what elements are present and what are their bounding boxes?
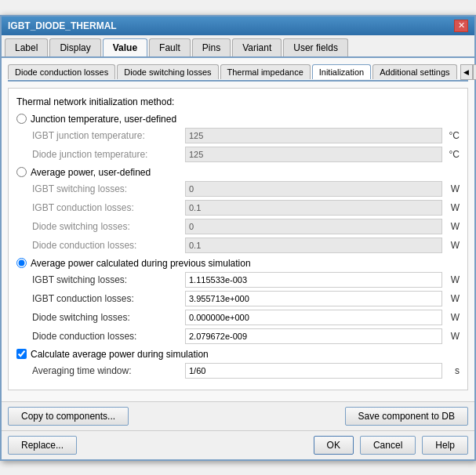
diode-switching-sim-label: Diode switching losses: (32, 312, 185, 323)
inner-tab-bar: Diode conduction losses Diode switching … (8, 64, 468, 82)
close-button[interactable]: ✕ (454, 20, 468, 32)
inner-tab-diode-conduction[interactable]: Diode conduction losses (8, 64, 115, 79)
igbt-switching-sim-input[interactable] (185, 272, 442, 288)
option2-radio-row: Average power, user-defined (16, 167, 460, 178)
top-tab-bar: Label Display Value Fault Pins Variant U… (2, 35, 474, 58)
main-window: IGBT_DIODE_THERMAL ✕ Label Display Value… (0, 15, 476, 461)
averaging-label: Averaging time window: (32, 365, 185, 376)
option1-radio-row: Junction temperature, user-defined (16, 114, 460, 125)
tab-value[interactable]: Value (103, 38, 147, 56)
window-title: IGBT_DIODE_THERMAL (8, 20, 117, 31)
option2-radio[interactable] (16, 167, 27, 177)
calc-checkbox-label: Calculate average power during simulatio… (31, 349, 209, 360)
section-label: Thermal network initialization method: (16, 96, 460, 107)
diode-switching-sim-unit: W (445, 312, 460, 323)
save-button[interactable]: Save component to DB (345, 407, 468, 426)
diode-conduction-sim-input[interactable] (185, 328, 442, 344)
averaging-row: Averaging time window: s (16, 363, 460, 379)
diode-junction-unit: °C (445, 149, 460, 160)
diode-switching-user-row: Diode switching losses: W (16, 219, 460, 234)
tab-user-fields[interactable]: User fields (283, 38, 348, 56)
option1-label: Junction temperature, user-defined (31, 114, 176, 125)
option3-radio[interactable] (16, 258, 27, 268)
tab-nav: ◀ ▶ (460, 64, 476, 80)
title-bar: IGBT_DIODE_THERMAL ✕ (2, 16, 474, 35)
inner-tab-diode-switching[interactable]: Diode switching losses (117, 64, 218, 79)
option3-label: Average power calculated during previous… (31, 258, 251, 269)
inner-tab-additional-settings[interactable]: Additional settings (372, 64, 456, 79)
replace-button[interactable]: Replace... (8, 436, 77, 455)
igbt-junction-row: IGBT junction temperature: °C (16, 128, 460, 143)
tab-fault[interactable]: Fault (149, 38, 191, 56)
igbt-junction-unit: °C (445, 130, 460, 141)
diode-switching-user-input[interactable] (185, 219, 442, 234)
ok-button[interactable]: OK (314, 436, 354, 455)
calc-checkbox[interactable] (16, 349, 27, 359)
middle-button-row: Copy to components... Save component to … (2, 401, 474, 430)
igbt-conduction-sim-row: IGBT conduction losses: W (16, 291, 460, 306)
option3-radio-row: Average power calculated during previous… (16, 258, 460, 269)
diode-switching-user-label: Diode switching losses: (32, 221, 185, 232)
igbt-switching-sim-row: IGBT switching losses: W (16, 272, 460, 288)
igbt-switching-user-row: IGBT switching losses: W (16, 181, 460, 197)
tab-nav-right[interactable]: ▶ (473, 64, 476, 80)
igbt-conduction-sim-unit: W (445, 293, 460, 304)
calc-checkbox-row: Calculate average power during simulatio… (16, 349, 460, 360)
igbt-conduction-sim-label: IGBT conduction losses: (32, 293, 185, 304)
igbt-switching-user-input[interactable] (185, 181, 442, 197)
diode-switching-sim-input[interactable] (185, 310, 442, 325)
diode-switching-sim-row: Diode switching losses: W (16, 310, 460, 325)
cancel-button[interactable]: Cancel (360, 436, 416, 455)
diode-conduction-sim-row: Diode conduction losses: W (16, 328, 460, 344)
igbt-conduction-user-input[interactable] (185, 200, 442, 216)
option1-group: Junction temperature, user-defined IGBT … (16, 114, 460, 162)
averaging-unit: s (445, 365, 460, 376)
diode-conduction-user-label: Diode conduction losses: (32, 240, 185, 251)
diode-conduction-sim-unit: W (445, 331, 460, 342)
diode-conduction-sim-label: Diode conduction losses: (32, 331, 185, 342)
igbt-conduction-user-unit: W (445, 202, 460, 213)
igbt-switching-user-unit: W (445, 183, 460, 194)
tab-pins[interactable]: Pins (192, 38, 231, 56)
tab-variant[interactable]: Variant (232, 38, 282, 56)
diode-switching-user-unit: W (445, 221, 460, 232)
averaging-input[interactable] (185, 363, 442, 379)
bottom-button-row: Replace...OKCancelHelp (2, 430, 474, 459)
igbt-junction-input[interactable] (185, 128, 442, 143)
main-content: Diode conduction losses Diode switching … (2, 58, 474, 401)
diode-junction-label: Diode junction temperature: (32, 149, 185, 160)
igbt-switching-user-label: IGBT switching losses: (32, 183, 185, 194)
igbt-conduction-sim-input[interactable] (185, 291, 442, 306)
option2-group: Average power, user-defined IGBT switchi… (16, 167, 460, 253)
inner-tab-thermal-impedance[interactable]: Thermal impedance (220, 64, 311, 79)
diode-conduction-user-row: Diode conduction losses: W (16, 238, 460, 253)
diode-junction-row: Diode junction temperature: °C (16, 147, 460, 162)
igbt-switching-sim-unit: W (445, 274, 460, 285)
diode-conduction-user-input[interactable] (185, 238, 442, 253)
tab-nav-left[interactable]: ◀ (460, 64, 473, 80)
tab-display[interactable]: Display (49, 38, 100, 56)
diode-junction-input[interactable] (185, 147, 442, 162)
inner-tab-initialization[interactable]: Initialization (312, 64, 371, 79)
igbt-conduction-user-row: IGBT conduction losses: W (16, 200, 460, 216)
igbt-switching-sim-label: IGBT switching losses: (32, 274, 185, 285)
copy-button[interactable]: Copy to components... (8, 407, 129, 426)
tab-label[interactable]: Label (5, 38, 48, 56)
option2-label: Average power, user-defined (31, 167, 151, 178)
igbt-conduction-user-label: IGBT conduction losses: (32, 202, 185, 213)
help-button[interactable]: Help (422, 436, 468, 455)
diode-conduction-user-unit: W (445, 240, 460, 251)
option3-group: Average power calculated during previous… (16, 258, 460, 344)
option1-radio[interactable] (16, 114, 27, 124)
content-panel: Thermal network initialization method: J… (8, 88, 468, 390)
igbt-junction-label: IGBT junction temperature: (32, 130, 185, 141)
